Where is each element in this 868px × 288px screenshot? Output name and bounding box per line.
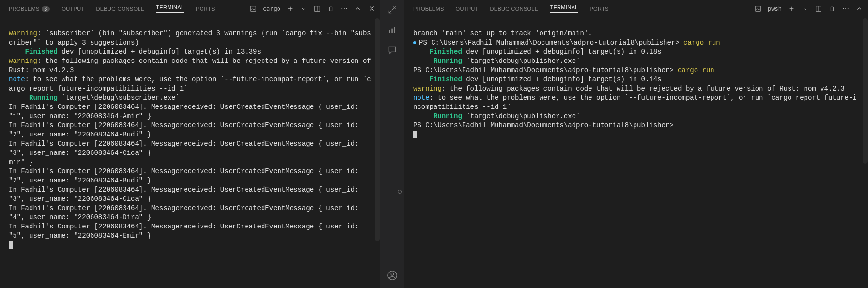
tab-ports[interactable]: PORTS — [196, 6, 215, 12]
svg-point-5 — [391, 273, 394, 276]
panel-tabs-right: PROBLEMS OUTPUT DEBUG CONSOLE TERMINAL P… — [404, 0, 868, 17]
activity-bar — [380, 0, 404, 288]
trash-icon[interactable] — [327, 5, 335, 13]
scrollbar[interactable] — [375, 18, 380, 241]
maximize-icon[interactable] — [855, 5, 863, 13]
tab-terminal[interactable]: TERMINAL — [550, 4, 578, 13]
split-terminal-icon[interactable] — [313, 5, 321, 13]
chevron-down-icon[interactable] — [300, 5, 308, 13]
terminal-toolbar-left: cargo ⋯ — [249, 0, 375, 17]
tab-output[interactable]: OUTPUT — [62, 6, 84, 12]
terminal-icon — [249, 5, 257, 13]
terminal-icon — [754, 5, 762, 13]
comment-icon[interactable] — [387, 45, 398, 56]
terminal-toolbar-right: pwsh ⋯ — [754, 0, 863, 17]
trash-icon[interactable] — [828, 5, 836, 13]
more-icon[interactable]: ⋯ — [341, 5, 348, 13]
terminal-output-right[interactable]: branch 'main' set up to track 'origin/ma… — [404, 17, 868, 288]
tab-terminal[interactable]: TERMINAL — [156, 4, 184, 13]
close-icon[interactable] — [368, 5, 375, 13]
problems-badge: 3 — [42, 6, 50, 12]
chevron-up-icon[interactable] — [354, 5, 362, 13]
editor-pane-left: PROBLEMS3 OUTPUT DEBUG CONSOLE TERMINAL … — [0, 0, 380, 288]
editor-pane-right: PROBLEMS OUTPUT DEBUG CONSOLE TERMINAL P… — [404, 0, 868, 288]
new-terminal-icon[interactable] — [286, 5, 294, 13]
tab-debug-console[interactable]: DEBUG CONSOLE — [490, 6, 539, 12]
chevron-down-icon[interactable] — [801, 5, 809, 13]
shell-name[interactable]: cargo — [263, 5, 280, 12]
svg-rect-2 — [391, 29, 393, 33]
tab-problems[interactable]: PROBLEMS — [413, 6, 444, 12]
cursor — [413, 131, 417, 138]
shell-name[interactable]: pwsh — [768, 5, 782, 12]
modified-indicator — [413, 41, 416, 44]
graph-icon[interactable] — [387, 24, 398, 36]
tab-debug-console[interactable]: DEBUG CONSOLE — [96, 6, 144, 12]
account-icon[interactable] — [387, 270, 398, 281]
terminal-output-left[interactable]: warning: `subscriber` (bin "subscriber")… — [0, 17, 380, 288]
more-icon[interactable]: ⋯ — [842, 5, 850, 13]
new-terminal-icon[interactable] — [788, 5, 795, 13]
scrollbar[interactable] — [863, 18, 868, 164]
panel-tabs-left: PROBLEMS3 OUTPUT DEBUG CONSOLE TERMINAL … — [0, 0, 380, 17]
share-icon[interactable] — [387, 4, 398, 15]
cursor — [9, 241, 13, 249]
svg-rect-3 — [394, 27, 395, 33]
tab-problems[interactable]: PROBLEMS3 — [9, 6, 50, 12]
split-terminal-icon[interactable] — [815, 5, 822, 13]
breakpoint-gutter[interactable] — [398, 190, 402, 194]
tab-ports[interactable]: PORTS — [589, 6, 608, 12]
tab-output[interactable]: OUTPUT — [456, 6, 479, 12]
svg-rect-1 — [389, 30, 390, 33]
